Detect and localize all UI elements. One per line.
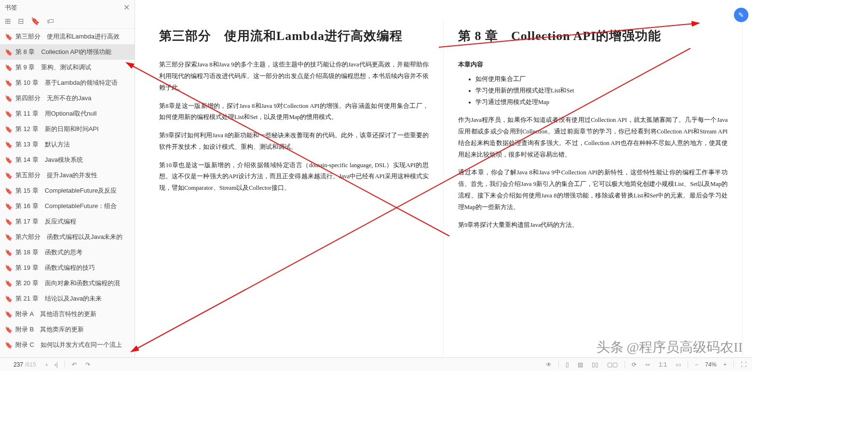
rotate-icon[interactable]: ⟳ [630,360,638,369]
bookmark-icon: 🔖 [5,33,13,40]
collapse-icon[interactable]: ⊟ [18,17,24,26]
bookmark-icon: 🔖 [5,218,13,225]
bookmark-icon: 🔖 [5,234,13,241]
separator [624,361,625,368]
separator [733,361,734,368]
bookmark-label: 第 21 章 结论以及Java的未来 [15,294,102,303]
bookmark-add-icon[interactable]: 🔖 [31,17,40,26]
zoom-level[interactable]: 74% [705,361,717,368]
bookmark-icon: 🔖 [5,280,13,287]
bookmark-label: 第四部分 无所不在的Java [15,94,91,103]
bookmark-label: 第 17 章 反应式编程 [15,217,76,226]
bookmark-list[interactable]: 🔖第三部分 使用流和Lambda进行高效🔖第 8 章 Collection AP… [0,29,135,371]
fit-width-icon[interactable]: ⇿ [643,360,652,369]
book-view-icon[interactable]: ▢▢ [605,360,620,369]
paragraph: 作为Java程序员，如果你不知道或者没有使用过Collection API，就太… [458,115,728,160]
bookmark-item[interactable]: 🔖附录 C 如何以并发方式在同一个流上 [0,337,135,353]
bookmark-item[interactable]: 🔖第 15 章 CompletableFuture及反应 [0,183,135,198]
bookmark-item[interactable]: 🔖第 9 章 重构、测试和调试 [0,60,135,75]
bookmark-item[interactable]: 🔖第四部分 无所不在的Java [0,91,135,106]
list-item: 如何使用集合工厂 [475,74,728,85]
bookmark-label: 附录 A 其他语言特性的更新 [15,310,96,318]
section-sub: 本章内容 [458,59,728,71]
bookmark-icon: 🔖 [5,95,13,102]
bookmark-item[interactable]: 🔖第 16 章 CompletableFuture：组合 [0,198,135,214]
bookmark-icon: 🔖 [5,141,13,148]
bookmark-item[interactable]: 🔖第 12 章 新的日期和时间API [0,121,135,137]
bookmark-icon: 🔖 [5,295,13,303]
bookmark-icon[interactable]: 🏷 [47,17,54,26]
bookmark-label: 第 13 章 默认方法 [15,140,70,149]
assistant-fab-icon[interactable]: ✎ [734,8,748,22]
bookmark-label: 第 20 章 面向对象和函数式编程的混 [15,279,120,288]
bookmark-icon: 🔖 [5,187,13,195]
fullscreen-icon[interactable]: ⛶ [739,360,748,369]
page-input[interactable] [4,361,23,368]
status-right: 👁 ▯ ▤ ▯▯ ▢▢ ⟳ ⇿ 1:1 ▭ − 74% + ⛶ [544,360,748,369]
next-page-icon[interactable]: › [44,360,50,369]
bookmark-item[interactable]: 🔖第 13 章 默认方法 [0,137,135,152]
redo-icon[interactable]: ↷ [83,360,92,369]
bookmark-item[interactable]: 🔖第 8 章 Collection API的增强功能 [0,44,135,60]
list-item: 学习通过惯用模式处理Map [475,97,728,108]
paragraph: 第9章将探讨大量重构遗留Java代码的方法。 [458,220,728,231]
bookmarks-panel: 书签 ✕ ⊞ ⊟ 🔖 🏷 🔖第三部分 使用流和Lambda进行高效🔖第 8 章 … [0,0,135,371]
bookmark-label: 第 14 章 Java模块系统 [15,156,83,164]
paragraph: 第三部分探索Java 8和Java 9的多个主题，这些主题中的技巧能让你的Jav… [159,59,429,93]
bookmark-icon: 🔖 [5,172,13,179]
last-page-icon[interactable]: ›| [53,360,60,369]
bookmark-label: 第 12 章 新的日期和时间API [15,125,99,133]
single-page-icon[interactable]: ▯ [564,360,571,369]
bookmark-item[interactable]: 🔖第 17 章 反应式编程 [0,214,135,229]
two-page-icon[interactable]: ▯▯ [590,360,600,369]
bookmark-item[interactable]: 🔖附录 A 其他语言特性的更新 [0,306,135,322]
bookmark-label: 第三部分 使用流和Lambda进行高效 [15,32,120,41]
bookmark-item[interactable]: 🔖第 14 章 Java模块系统 [0,152,135,168]
bookmark-icon: 🔖 [5,126,13,133]
bookmark-item[interactable]: 🔖第 19 章 函数式编程的技巧 [0,260,135,276]
paragraph: 通过本章，你会了解Java 8和Java 9中Collection API的新特… [458,167,728,213]
bookmark-label: 附录 B 其他类库的更新 [15,325,84,334]
bookmark-item[interactable]: 🔖第 10 章 基于Lambda的领域特定语 [0,75,135,91]
page-indicator: /615 [4,361,36,368]
page-nav: › ›| [44,360,60,369]
bookmark-icon: 🔖 [5,64,13,71]
bookmark-icon: 🔖 [5,264,13,272]
bookmark-item[interactable]: 🔖第 20 章 面向对象和函数式编程的混 [0,276,135,291]
bookmark-icon: 🔖 [5,203,13,210]
zoom-in-icon[interactable]: + [721,360,729,369]
page-title: 第三部分 使用流和Lambda进行高效编程 [159,24,429,48]
right-page: 第 8 章 Collection API的增强功能 本章内容 如何使用集合工厂 … [444,19,743,371]
paragraph: 第9章探讨如何利用Java 8的新功能和一些秘诀来改善现有的代码。此外，该章还探… [159,130,429,153]
zoom-out-icon[interactable]: − [693,360,700,369]
fit-page-icon[interactable]: ▭ [674,360,683,369]
continuous-icon[interactable]: ▤ [576,360,585,369]
sidebar-toolbar: ⊞ ⊟ 🔖 🏷 [0,15,135,29]
paragraph: 第8章是这一版新增的，探讨Java 8和Java 9对Collection AP… [159,101,429,124]
bullet-list: 如何使用集合工厂 学习使用新的惯用模式处理List和Set 学习通过惯用模式处理… [458,74,728,108]
bookmark-label: 第 11 章 用Optional取代null [15,109,96,118]
expand-icon[interactable]: ⊞ [5,17,11,26]
bookmark-icon: 🔖 [5,342,13,349]
actual-size-icon[interactable]: 1:1 [657,360,669,369]
page-title: 第 8 章 Collection API的增强功能 [458,24,728,48]
bookmark-item[interactable]: 🔖第 11 章 用Optional取代null [0,106,135,121]
page-area: ✎ 第三部分 使用流和Lambda进行高效编程 第三部分探索Java 8和Jav… [135,0,752,371]
bookmark-item[interactable]: 🔖第 18 章 函数式的思考 [0,245,135,260]
bookmark-item[interactable]: 🔖第五部分 提升Java的并发性 [0,168,135,183]
bookmark-label: 第 19 章 函数式编程的技巧 [15,263,95,272]
status-bar: /615 › ›| ↶ ↷ 👁 ▯ ▤ ▯▯ ▢▢ ⟳ ⇿ 1:1 ▭ − 74… [0,357,752,371]
bookmark-item[interactable]: 🔖附录 B 其他类库的更新 [0,322,135,337]
bookmark-item[interactable]: 🔖第六部分 函数式编程以及Java未来的 [0,229,135,245]
sidebar-title: 书签 [5,3,17,12]
bookmark-label: 第 15 章 CompletableFuture及反应 [15,186,117,195]
list-item: 学习使用新的惯用模式处理List和Set [475,85,728,97]
page-total: /615 [25,361,36,368]
close-icon[interactable]: ✕ [123,3,130,12]
eye-icon[interactable]: 👁 [544,360,554,369]
bookmark-item[interactable]: 🔖第三部分 使用流和Lambda进行高效 [0,29,135,44]
bookmark-item[interactable]: 🔖第 21 章 结论以及Java的未来 [0,291,135,306]
undo-icon[interactable]: ↶ [70,360,79,369]
bookmark-label: 第 10 章 基于Lambda的领域特定语 [15,79,118,87]
bookmark-icon: 🔖 [5,79,13,87]
